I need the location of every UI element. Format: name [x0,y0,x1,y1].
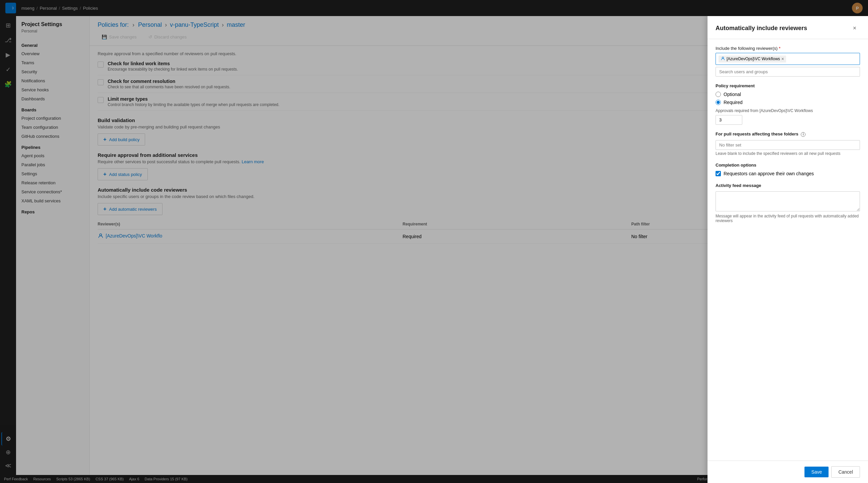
cancel-button[interactable]: Cancel [831,466,860,478]
policy-requirement-radio-group: Optional Required [716,92,860,105]
search-users-input[interactable] [716,67,860,77]
modal-title: Automatically include reviewers [716,25,807,32]
activity-section: Activity feed message Message will appea… [716,183,860,223]
approvals-input[interactable] [716,115,742,125]
optional-radio[interactable] [716,92,721,97]
requestors-label: Requestors can approve their own changes [723,171,814,176]
activity-textarea[interactable] [716,191,860,211]
optional-radio-item[interactable]: Optional [716,92,860,97]
modal-body: Include the following reviewer(s) * [Azu… [708,39,868,461]
completion-options-section: Completion options Requestors can approv… [716,162,860,176]
requestors-checkbox-item[interactable]: Requestors can approve their own changes [716,171,860,176]
activity-label: Activity feed message [716,183,860,188]
approvals-label: Approvals required from [AzureDevOps]\VC… [716,109,860,113]
folders-label: For pull requests affecting these folder… [716,131,860,137]
modal-footer: Save Cancel [708,461,868,483]
policy-requirement-label: Policy requirement [716,83,860,88]
modal: Automatically include reviewers × Includ… [708,16,868,483]
folders-hint: Leave blank to include the specified rev… [716,151,860,156]
required-radio[interactable] [716,100,721,105]
requestors-checkbox[interactable] [716,171,721,176]
reviewer-tag: [AzureDevOps]\VC Workflows × [718,56,786,63]
info-icon[interactable]: i [801,132,805,137]
reviewer-tag-text: [AzureDevOps]\VC Workflows [726,57,780,61]
required-radio-item[interactable]: Required [716,100,860,105]
modal-close-button[interactable]: × [849,23,860,33]
tag-reviewer-icon [720,56,725,62]
save-button[interactable]: Save [804,466,829,477]
policy-requirement-section: Policy requirement Optional Required App… [716,83,860,125]
activity-hint: Message will appear in the activity feed… [716,214,860,223]
svg-point-1 [722,57,724,59]
optional-label: Optional [723,92,741,97]
reviewer-label: Include the following reviewer(s) * [716,46,860,51]
folder-filter-input[interactable] [716,140,860,150]
modal-header: Automatically include reviewers × [708,16,868,39]
reviewer-tag-input[interactable]: [AzureDevOps]\VC Workflows × [716,53,860,65]
folders-section: For pull requests affecting these folder… [716,131,860,156]
required-label: Required [723,100,743,105]
completion-options-label: Completion options [716,162,860,168]
modal-overlay: Automatically include reviewers × Includ… [0,0,868,483]
tag-remove-button[interactable]: × [781,56,784,62]
